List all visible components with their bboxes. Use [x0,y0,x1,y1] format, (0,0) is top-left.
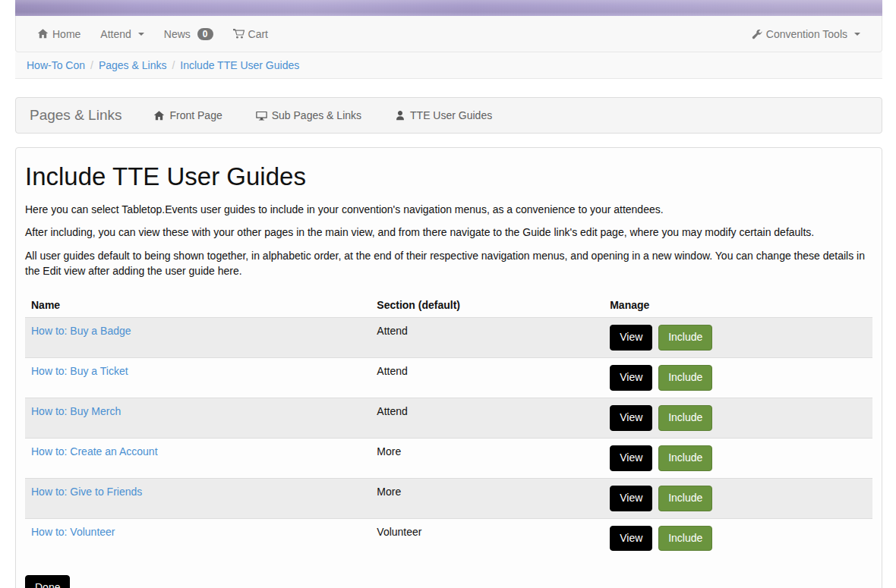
main-navbar: Home Attend News 0 Cart Convention Tools [15,16,882,52]
breadcrumb-separator: / [166,59,180,71]
nav-home-label: Home [52,28,80,40]
include-button[interactable]: Include [658,405,712,431]
guide-name-link[interactable]: How to: Create an Account [31,445,158,458]
guide-section: Attend [371,318,604,358]
breadcrumb-separator: / [85,59,99,71]
nav-cart-label: Cart [248,28,268,40]
table-row: How to: Create an Account More View Incl… [25,438,872,478]
table-row: How to: Buy Merch Attend View Include [25,398,872,438]
guide-name-link[interactable]: How to: Volunteer [31,526,115,538]
include-button[interactable]: Include [658,526,712,552]
view-button[interactable]: View [610,365,652,391]
home-icon [37,28,49,39]
view-button[interactable]: View [610,445,652,471]
page-container: Home Attend News 0 Cart Convention Tools [15,0,882,588]
view-button[interactable]: View [610,486,652,511]
navbar-right: Convention Tools [742,28,870,40]
page-title: Include TTE User Guides [25,162,872,191]
nav-convention-tools[interactable]: Convention Tools [742,28,870,40]
caret-down-icon [854,33,860,36]
table-row: How to: Buy a Ticket Attend View Include [25,358,872,398]
view-button[interactable]: View [610,405,652,431]
panel-link-label: Front Page [169,109,222,121]
wrench-icon [752,29,762,39]
navbar-left: Home Attend News 0 Cart [27,28,278,40]
user-icon [395,110,405,121]
nav-convention-tools-label: Convention Tools [766,28,847,40]
pages-links-panel-header: Pages & Links Front Page Sub Pages & Lin… [15,97,882,134]
content-card: Include TTE User Guides Here you can sel… [15,147,882,588]
user-guides-table: Name Section (default) Manage How to: Bu… [25,293,872,558]
nav-attend[interactable]: Attend [90,28,153,40]
panel-link-label: Sub Pages & Links [272,109,361,121]
include-button[interactable]: Include [658,445,712,471]
guide-name-link[interactable]: How to: Buy a Ticket [31,365,128,377]
table-header-row: Name Section (default) Manage [25,293,872,318]
breadcrumb: How-To Con/Pages & Links/Include TTE Use… [15,52,882,79]
column-header-name: Name [25,293,371,318]
guide-name-link[interactable]: How to: Buy Merch [31,405,121,417]
include-button[interactable]: Include [658,325,712,351]
guide-section: More [371,438,604,478]
breadcrumb-link-current[interactable]: Include TTE User Guides [180,59,299,71]
intro-paragraph-2: After including, you can view these with… [25,225,872,240]
table-row: How to: Give to Friends More View Includ… [25,478,872,518]
guide-section: Volunteer [371,518,604,558]
column-header-manage: Manage [604,293,872,318]
caret-down-icon [138,33,144,36]
include-button[interactable]: Include [658,365,712,391]
nav-news-label: News [164,28,191,40]
monitor-icon [256,110,267,121]
breadcrumb-link-pages-links[interactable]: Pages & Links [99,59,167,71]
nav-home[interactable]: Home [27,28,90,40]
guide-section: Attend [371,358,604,398]
panel-link-label: TTE User Guides [410,109,492,121]
breadcrumb-link-convention[interactable]: How-To Con [27,59,85,71]
done-button[interactable]: Done [25,575,70,588]
panel-link-front-page[interactable]: Front Page [153,109,222,121]
panel-title: Pages & Links [30,107,121,124]
intro-paragraph-1: Here you can select Tabletop.Events user… [25,202,872,217]
guide-name-link[interactable]: How to: Give to Friends [31,486,142,498]
guide-name-link[interactable]: How to: Buy a Badge [31,325,131,337]
view-button[interactable]: View [610,526,652,552]
table-row: How to: Volunteer Volunteer View Include [25,518,872,558]
nav-news[interactable]: News 0 [154,28,223,40]
news-count-badge: 0 [197,28,213,40]
include-button[interactable]: Include [658,486,712,511]
table-row: How to: Buy a Badge Attend View Include [25,318,872,358]
guide-section: More [371,478,604,518]
home-icon [153,110,165,121]
cart-icon [233,28,245,39]
nav-attend-label: Attend [100,28,131,40]
column-header-section: Section (default) [371,293,604,318]
panel-link-tte-user-guides[interactable]: TTE User Guides [395,109,492,121]
banner-image [15,0,882,16]
nav-cart[interactable]: Cart [223,28,278,40]
view-button[interactable]: View [610,325,652,351]
guide-section: Attend [371,398,604,438]
intro-paragraph-3: All user guides default to being shown t… [25,248,872,279]
panel-link-sub-pages[interactable]: Sub Pages & Links [256,109,361,121]
